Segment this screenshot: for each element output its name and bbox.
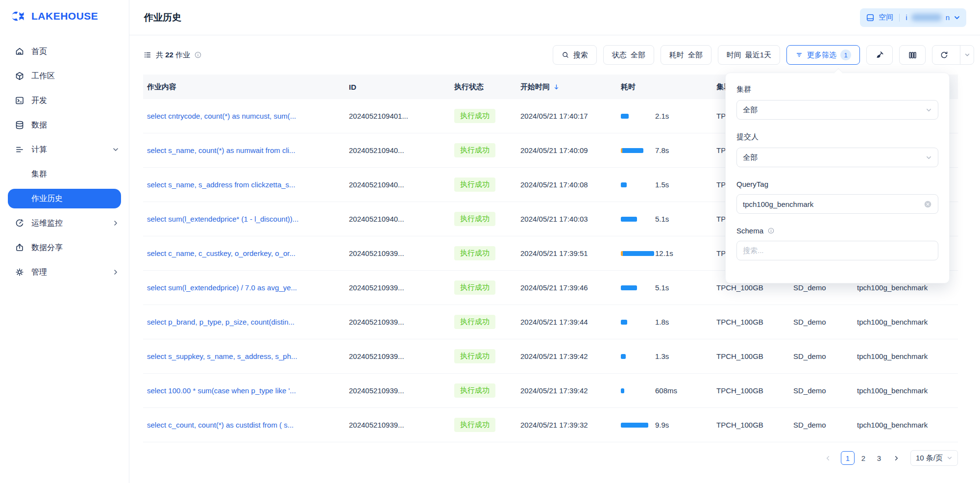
job-id: 202405210939... [345, 386, 450, 395]
duration-label: 9.9s [655, 421, 669, 429]
workspace-name-masked [911, 14, 942, 21]
sidebar-item-label: 作业历史 [31, 194, 63, 204]
duration-bar-exec-segment [621, 217, 637, 222]
status-badge: 执行成功 [454, 280, 495, 295]
page-number-2[interactable]: 2 [857, 451, 870, 465]
submitter-filter-label: 提交人 [736, 132, 938, 142]
page-number-1[interactable]: 1 [841, 451, 855, 465]
status-filter-button[interactable]: 状态 全部 [603, 45, 654, 65]
job-sql-link[interactable]: select sum(l_extendedprice) / 7.0 as avg… [147, 283, 297, 292]
sidebar-item-job-history[interactable]: 作业历史 [8, 189, 121, 208]
refresh-split-button[interactable] [932, 45, 974, 65]
duration-bar [621, 354, 655, 359]
job-sql-link[interactable]: select c_count, count(*) as custdist fro… [147, 421, 294, 429]
space-icon [866, 13, 875, 22]
terminal-icon [15, 96, 24, 105]
duration-bar [621, 285, 655, 290]
job-start-time: 2024/05/21 17:40:08 [516, 180, 617, 189]
sidebar-item-label: 计算 [31, 145, 47, 155]
job-sql-link[interactable]: select s_name, count(*) as numwait from … [147, 146, 295, 154]
refresh-options-caret[interactable] [960, 46, 974, 64]
job-sql-link[interactable]: select cntrycode, count(*) as numcust, s… [147, 112, 296, 120]
chevron-down-icon [947, 455, 953, 461]
job-sql-link[interactable]: select s_suppkey, s_name, s_address, s_p… [147, 352, 297, 360]
home-icon [15, 47, 24, 56]
brand-logo: LAKEHOUSE [0, 0, 129, 32]
duration-label: 1.3s [655, 352, 669, 360]
page-numbers: 123 [839, 451, 886, 465]
sidebar-item-admin[interactable]: 管理 [0, 260, 129, 284]
job-cluster: TPCH_100GB [712, 283, 789, 292]
time-filter-button[interactable]: 时间 最近1天 [718, 45, 780, 65]
job-id: 202405210939... [345, 249, 450, 257]
duration-label: 5.1s [655, 283, 669, 292]
sidebar-item-home[interactable]: 首页 [0, 39, 129, 64]
job-cluster: TPCH_100GB [712, 421, 789, 429]
table-row[interactable]: select p_brand, p_type, p_size, count(di… [143, 305, 958, 339]
column-settings-button[interactable] [899, 45, 926, 65]
refresh-icon[interactable] [932, 46, 956, 64]
prev-page-button[interactable] [821, 451, 835, 465]
monitor-gauge-icon [15, 218, 24, 228]
duration-label: 12.1s [655, 249, 673, 257]
next-page-button[interactable] [890, 451, 904, 465]
sort-desc-icon[interactable] [553, 83, 560, 91]
duration-bar [621, 423, 655, 428]
job-id: 202405210939... [345, 318, 450, 326]
col-header-duration: 耗时 [617, 82, 712, 92]
top-header: 作业历史 空间 i n [129, 0, 980, 35]
cluster-filter-select[interactable]: 全部 [736, 100, 938, 120]
table-row[interactable]: select c_count, count(*) as custdist fro… [143, 408, 958, 442]
job-start-time: 2024/05/21 17:39:46 [516, 283, 617, 292]
job-sql-link[interactable]: select p_brand, p_type, p_size, count(di… [147, 318, 294, 326]
clear-input-icon[interactable] [924, 200, 932, 208]
duration-bar [621, 114, 655, 119]
sidebar-item-workspace[interactable]: 工作区 [0, 64, 129, 88]
search-icon [562, 51, 569, 59]
chevron-down-icon [112, 146, 119, 153]
sidebar-item-label: 工作区 [31, 71, 55, 81]
sidebar-item-compute[interactable]: 计算 [0, 137, 129, 162]
cluster-filter-label: 集群 [736, 85, 938, 94]
sidebar-item-data-share[interactable]: 数据分享 [0, 235, 129, 260]
brand-name: LAKEHOUSE [31, 10, 98, 22]
page-size-select[interactable]: 10 条/页 [910, 450, 958, 466]
search-button[interactable]: 搜索 [553, 45, 597, 65]
compute-list-icon [15, 145, 24, 154]
table-row[interactable]: select 100.00 * sum(case when p_type lik… [143, 374, 958, 408]
chevron-down-icon [926, 154, 932, 161]
querytag-filter-input[interactable]: tpch100g_benchmark [736, 194, 938, 214]
job-cluster: TPCH_100GB [712, 386, 789, 395]
sidebar-item-ops-monitor[interactable]: 运维监控 [0, 211, 129, 235]
sidebar-item-label: 集群 [31, 169, 47, 179]
clear-filters-button[interactable] [866, 45, 893, 65]
job-query-tag: tpch100g_benchmark [853, 386, 958, 395]
info-icon[interactable] [767, 227, 775, 234]
job-sql-link[interactable]: select s_name, s_address from clickzetta… [147, 180, 295, 189]
workspace-selector[interactable]: 空间 i n [860, 8, 966, 27]
duration-label: 608ms [655, 386, 677, 395]
querytag-filter-label: QueryTag [736, 180, 938, 188]
duration-filter-button[interactable]: 耗时 全部 [661, 45, 711, 65]
status-badge: 执行成功 [454, 418, 495, 432]
job-start-time: 2024/05/21 17:39:32 [516, 421, 617, 429]
col-header-start-time[interactable]: 开始时间 [516, 82, 617, 92]
sidebar-item-cluster[interactable]: 集群 [0, 162, 129, 186]
job-sql-link[interactable]: select sum(l_extendedprice* (1 - l_disco… [147, 215, 298, 223]
job-sql-link[interactable]: select c_name, c_custkey, o_orderkey, o_… [147, 249, 295, 257]
sidebar-item-label: 首页 [31, 47, 47, 57]
job-query-tag: tpch100g_benchmark [853, 318, 958, 326]
more-filters-button[interactable]: 更多筛选 1 [786, 45, 860, 65]
schema-filter-input[interactable]: 搜索... [736, 241, 938, 260]
info-icon[interactable] [194, 51, 202, 59]
duration-bar-exec-segment [621, 388, 624, 393]
page-number-3[interactable]: 3 [872, 451, 886, 465]
job-start-time: 2024/05/21 17:40:09 [516, 146, 617, 154]
more-filters-panel: 集群 全部 提交人 全部 QueryTag tpch100g_benchmark [725, 73, 950, 283]
columns-icon [908, 51, 917, 60]
sidebar-item-data[interactable]: 数据 [0, 113, 129, 137]
table-row[interactable]: select s_suppkey, s_name, s_address, s_p… [143, 339, 958, 374]
submitter-filter-select[interactable]: 全部 [736, 148, 938, 167]
job-sql-link[interactable]: select 100.00 * sum(case when p_type lik… [147, 386, 296, 395]
sidebar-item-develop[interactable]: 开发 [0, 88, 129, 113]
